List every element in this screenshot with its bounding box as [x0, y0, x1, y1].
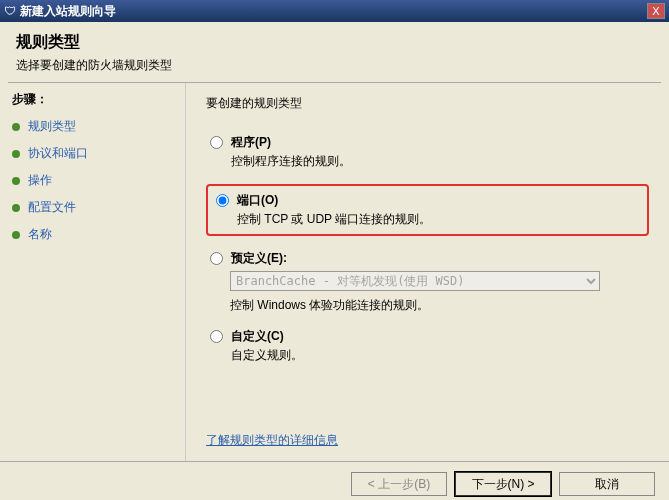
- wizard-header: 规则类型 选择要创建的防火墙规则类型: [0, 22, 669, 82]
- option-port-title: 端口(O): [237, 192, 643, 209]
- bullet-icon: [12, 231, 20, 239]
- step-protocol-port[interactable]: 协议和端口: [12, 145, 173, 162]
- step-label: 规则类型: [28, 118, 76, 135]
- predefined-select: BranchCache - 对等机发现(使用 WSD): [230, 271, 600, 291]
- content-question: 要创建的规则类型: [206, 95, 649, 112]
- radio-custom[interactable]: [210, 330, 223, 343]
- option-program-title: 程序(P): [231, 134, 649, 151]
- option-custom-label[interactable]: 自定义(C) 自定义规则。: [210, 328, 649, 364]
- close-button[interactable]: X: [647, 3, 665, 19]
- step-label: 协议和端口: [28, 145, 88, 162]
- option-predefined-desc: 控制 Windows 体验功能连接的规则。: [230, 297, 649, 314]
- step-name[interactable]: 名称: [12, 226, 173, 243]
- radio-port[interactable]: [216, 194, 229, 207]
- title-bar: 🛡 新建入站规则向导 X: [0, 0, 669, 22]
- next-button[interactable]: 下一步(N) >: [455, 472, 551, 496]
- option-program-label[interactable]: 程序(P) 控制程序连接的规则。: [210, 134, 649, 170]
- wizard-footer: < 上一步(B) 下一步(N) > 取消: [0, 461, 669, 500]
- content-pane: 要创建的规则类型 程序(P) 控制程序连接的规则。 端口(O) 控制 TCP 或…: [185, 83, 669, 461]
- step-label: 操作: [28, 172, 52, 189]
- option-program: 程序(P) 控制程序连接的规则。: [206, 134, 649, 170]
- page-subtitle: 选择要创建的防火墙规则类型: [16, 57, 653, 74]
- option-port-desc: 控制 TCP 或 UDP 端口连接的规则。: [237, 211, 643, 228]
- option-port: 端口(O) 控制 TCP 或 UDP 端口连接的规则。: [212, 192, 643, 228]
- option-predefined-title: 预定义(E):: [231, 250, 649, 267]
- window-title: 新建入站规则向导: [20, 3, 647, 20]
- bullet-icon: [12, 150, 20, 158]
- option-program-desc: 控制程序连接的规则。: [231, 153, 649, 170]
- step-profile[interactable]: 配置文件: [12, 199, 173, 216]
- app-icon: 🛡: [4, 4, 16, 18]
- radio-program[interactable]: [210, 136, 223, 149]
- back-button: < 上一步(B): [351, 472, 447, 496]
- bullet-icon: [12, 177, 20, 185]
- bullet-icon: [12, 204, 20, 212]
- highlighted-option: 端口(O) 控制 TCP 或 UDP 端口连接的规则。: [206, 184, 649, 236]
- cancel-button[interactable]: 取消: [559, 472, 655, 496]
- bullet-icon: [12, 123, 20, 131]
- option-predefined-label[interactable]: 预定义(E):: [210, 250, 649, 267]
- step-action[interactable]: 操作: [12, 172, 173, 189]
- steps-heading: 步骤：: [12, 91, 173, 108]
- step-label: 配置文件: [28, 199, 76, 216]
- learn-more-link[interactable]: 了解规则类型的详细信息: [206, 432, 338, 449]
- step-label: 名称: [28, 226, 52, 243]
- option-custom-desc: 自定义规则。: [231, 347, 649, 364]
- step-rule-type[interactable]: 规则类型: [12, 118, 173, 135]
- page-title: 规则类型: [16, 32, 653, 53]
- option-port-label[interactable]: 端口(O) 控制 TCP 或 UDP 端口连接的规则。: [216, 192, 643, 228]
- option-custom-title: 自定义(C): [231, 328, 649, 345]
- steps-sidebar: 步骤： 规则类型 协议和端口 操作 配置文件 名称: [0, 83, 185, 461]
- option-custom: 自定义(C) 自定义规则。: [206, 328, 649, 364]
- radio-predefined[interactable]: [210, 252, 223, 265]
- option-predefined: 预定义(E): BranchCache - 对等机发现(使用 WSD) 控制 W…: [206, 250, 649, 314]
